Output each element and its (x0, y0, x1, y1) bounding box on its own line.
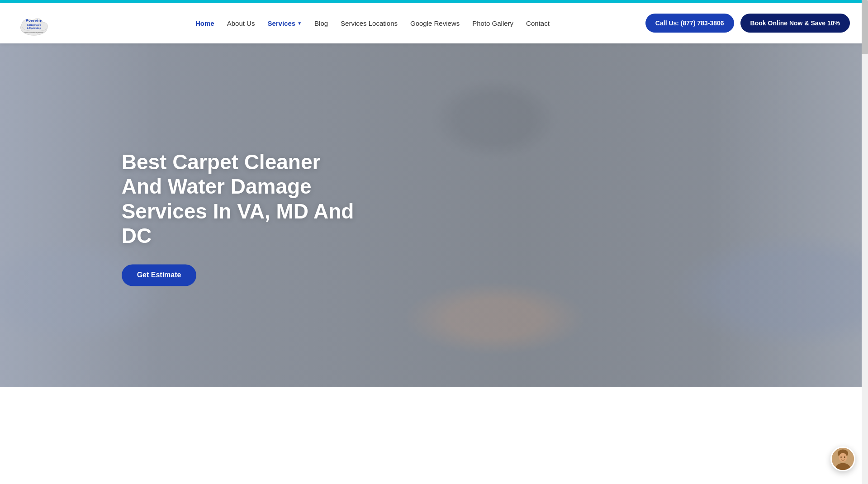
nav-blog[interactable]: Blog (314, 19, 328, 27)
main-nav: Home About Us Services ▼ Blog Services L… (100, 19, 645, 27)
nav-contact[interactable]: Contact (526, 19, 550, 27)
nav-google-reviews[interactable]: Google Reviews (410, 19, 460, 27)
call-button[interactable]: Call Us: (877) 783-3806 (645, 14, 734, 33)
hero-section: Best Carpet Cleaner And Water Damage Ser… (0, 43, 868, 387)
nav-about[interactable]: About Us (227, 19, 255, 27)
nav-services[interactable]: Services ▼ (267, 19, 302, 27)
services-dropdown-icon: ▼ (297, 21, 302, 26)
scrollbar[interactable] (862, 0, 868, 387)
brand-logo: Everette Carpet Care & Restoration www.e… (18, 7, 50, 39)
book-button[interactable]: Book Online Now & Save 10% (740, 14, 850, 33)
nav-home[interactable]: Home (195, 19, 214, 27)
svg-text:& Restoration: & Restoration (27, 27, 41, 29)
get-estimate-button[interactable]: Get Estimate (122, 265, 197, 286)
svg-text:www.everettecarpet.com: www.everettecarpet.com (24, 31, 43, 33)
nav-photo-gallery[interactable]: Photo Gallery (472, 19, 513, 27)
svg-text:Carpet Care: Carpet Care (27, 24, 41, 26)
scrollbar-thumb[interactable] (862, 0, 868, 54)
header-cta-group: Call Us: (877) 783-3806 Book Online Now … (645, 14, 850, 33)
nav-services-locations[interactable]: Services Locations (341, 19, 398, 27)
hero-title: Best Carpet Cleaner And Water Damage Ser… (122, 150, 357, 248)
logo-area[interactable]: Everette Carpet Care & Restoration www.e… (18, 7, 100, 39)
hero-content: Best Carpet Cleaner And Water Damage Ser… (122, 150, 357, 286)
site-header: Everette Carpet Care & Restoration www.e… (0, 3, 868, 43)
svg-text:Everette: Everette (26, 19, 43, 23)
